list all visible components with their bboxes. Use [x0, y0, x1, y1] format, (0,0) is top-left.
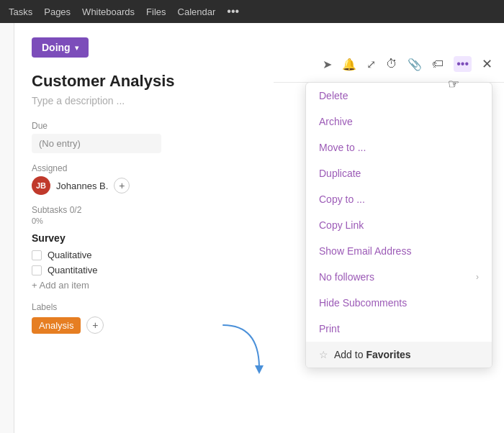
bell-icon[interactable]: 🔔: [342, 58, 356, 71]
more-options-icon[interactable]: •••: [454, 56, 472, 72]
nav-pages[interactable]: Pages: [44, 6, 71, 17]
close-icon[interactable]: ✕: [482, 56, 492, 72]
avatar: JB: [32, 176, 50, 195]
checkbox-quantitative[interactable]: [32, 265, 42, 275]
add-assignee-button[interactable]: +: [114, 178, 130, 193]
topbar: Tasks Pages Whiteboards Files Calendar •…: [0, 0, 504, 23]
menu-item-print[interactable]: Print: [306, 316, 492, 342]
menu-item-move-to[interactable]: Move to ...: [306, 135, 492, 160]
main-area: Doing ▾ Customer Analysis Type a descrip…: [0, 23, 504, 433]
status-chevron: ▾: [75, 44, 78, 52]
svg-marker-0: [255, 365, 264, 374]
status-button[interactable]: Doing ▾: [32, 37, 89, 58]
chevron-right-icon: ›: [476, 272, 479, 282]
menu-item-duplicate[interactable]: Duplicate: [306, 160, 492, 186]
checklist-label-qualitative: Qualitative: [48, 250, 91, 260]
move-icon[interactable]: ⤢: [366, 58, 376, 71]
nav-more-dots[interactable]: •••: [227, 5, 239, 18]
nav-whiteboards[interactable]: Whiteboards: [82, 6, 135, 17]
add-item-label: + Add an item: [32, 280, 89, 291]
checklist-label-quantitative: Quantitative: [48, 265, 97, 275]
menu-item-archive[interactable]: Archive: [306, 109, 492, 135]
label-tag-analysis[interactable]: Analysis: [32, 317, 81, 334]
menu-item-add-to-favorites[interactable]: ☆ Add to Favorites: [306, 342, 492, 368]
add-label-button[interactable]: +: [86, 316, 104, 334]
tag-icon[interactable]: 🏷: [432, 58, 444, 70]
menu-item-copy-to[interactable]: Copy to ...: [306, 186, 492, 212]
nav-files[interactable]: Files: [146, 6, 166, 17]
status-label: Doing: [42, 42, 71, 53]
add-to-favorites-content: ☆ Add to Favorites: [319, 349, 411, 360]
nav-tasks[interactable]: Tasks: [9, 6, 32, 17]
due-value[interactable]: (No entry): [32, 134, 161, 153]
menu-item-show-email[interactable]: Show Email Address: [306, 238, 492, 264]
checkbox-qualitative[interactable]: [32, 250, 42, 260]
menu-item-delete[interactable]: Delete: [306, 83, 492, 109]
paperclip-icon[interactable]: 📎: [408, 58, 422, 71]
timer-icon[interactable]: ⏱: [386, 58, 397, 70]
menu-item-no-followers[interactable]: No followers ›: [306, 264, 492, 290]
send-icon[interactable]: ➤: [323, 58, 332, 71]
menu-item-hide-subcomments[interactable]: Hide Subcomments: [306, 290, 492, 316]
assignee-name: Johannes B.: [56, 181, 108, 191]
menu-item-copy-link[interactable]: Copy Link: [306, 212, 492, 238]
dropdown-menu: Delete Archive Move to ... Duplicate Cop…: [305, 82, 492, 368]
toolbar-area: ➤ 🔔 ⤢ ⏱ 📎 🏷 ••• ✕: [274, 46, 504, 83]
left-sidebar-strip: [0, 23, 14, 433]
star-icon: ☆: [319, 349, 328, 360]
nav-calendar[interactable]: Calendar: [178, 6, 216, 17]
